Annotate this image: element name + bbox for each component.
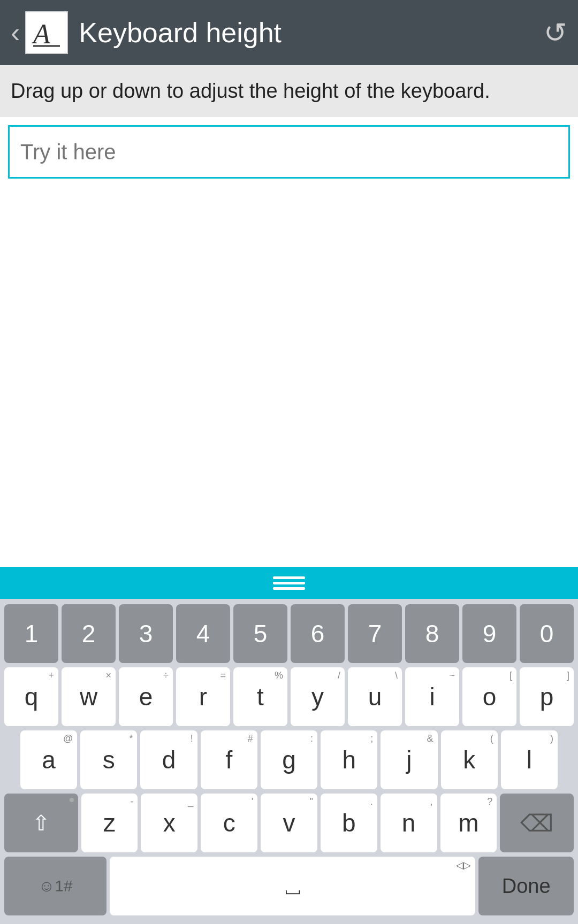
key-s[interactable]: *s [80,730,137,789]
drag-handle-icon [273,576,305,590]
try-here-input[interactable] [8,125,570,179]
key-h[interactable]: ;h [321,730,377,789]
app-icon: A [25,11,68,54]
key-x[interactable]: _x [141,794,197,852]
instructions-label: Drag up or down to adjust the height of … [11,80,490,102]
page-title: Keyboard height [79,17,544,49]
input-area [0,117,578,187]
key-space[interactable]: ◁▷ ⎵ [110,857,475,915]
key-9[interactable]: 9 [462,604,516,663]
key-p[interactable]: ]p [520,667,574,726]
key-z[interactable]: -z [81,794,138,852]
key-v[interactable]: "v [261,794,317,852]
back-button[interactable]: ‹ [11,17,20,49]
instructions-text: Drag up or down to adjust the height of … [0,65,578,117]
key-a[interactable]: @a [20,730,77,789]
key-u[interactable]: \u [348,667,402,726]
key-5[interactable]: 5 [233,604,287,663]
key-m[interactable]: ?m [440,794,497,852]
arrows-indicator: ◁▷ [456,859,471,871]
key-y[interactable]: /y [291,667,345,726]
key-d[interactable]: !d [140,730,197,789]
key-1[interactable]: 1 [4,604,58,663]
keyboard-qwerty-row: +q ×w ÷e =r %t /y \u ~i [o ]p [4,667,574,726]
key-r[interactable]: =r [176,667,230,726]
key-i[interactable]: ~i [405,667,459,726]
key-t[interactable]: %t [233,667,287,726]
key-done[interactable]: Done [478,857,574,915]
key-8[interactable]: 8 [405,604,459,663]
keyboard-bottom-row: ☺1# ◁▷ ⎵ Done [4,857,574,915]
keyboard-asdf-row: @a *s !d #f :g ;h &j (k )l [4,730,574,789]
keyboard-zxcv-row: ⇧ -z _x 'c "v .b ,n ?m ⌫ [4,794,574,852]
keyboard-resize-handle[interactable] [0,567,578,599]
key-e[interactable]: ÷e [119,667,173,726]
key-j[interactable]: &j [381,730,437,789]
key-6[interactable]: 6 [291,604,345,663]
key-7[interactable]: 7 [348,604,402,663]
key-w[interactable]: ×w [62,667,116,726]
key-b[interactable]: .b [321,794,377,852]
key-n[interactable]: ,n [381,794,437,852]
key-l[interactable]: )l [501,730,558,789]
key-f[interactable]: #f [201,730,257,789]
app-header: ‹ A Keyboard height ↺ [0,0,578,65]
key-backspace[interactable]: ⌫ [500,794,574,852]
key-o[interactable]: [o [462,667,516,726]
key-g[interactable]: :g [261,730,317,789]
key-emoji-switch[interactable]: ☺1# [4,857,107,915]
content-spacer [0,187,578,567]
keyboard: 1 2 3 4 5 6 7 8 9 0 +q ×w ÷e =r %t /y \u… [0,599,578,924]
key-q[interactable]: +q [4,667,58,726]
key-shift[interactable]: ⇧ [4,794,78,852]
key-2[interactable]: 2 [62,604,116,663]
svg-text:A: A [32,19,50,49]
key-k[interactable]: (k [441,730,498,789]
font-icon: A [31,17,63,49]
key-c[interactable]: 'c [201,794,257,852]
key-0[interactable]: 0 [520,604,574,663]
key-4[interactable]: 4 [176,604,230,663]
key-3[interactable]: 3 [119,604,173,663]
reset-button[interactable]: ↺ [544,17,567,49]
keyboard-number-row: 1 2 3 4 5 6 7 8 9 0 [4,604,574,663]
